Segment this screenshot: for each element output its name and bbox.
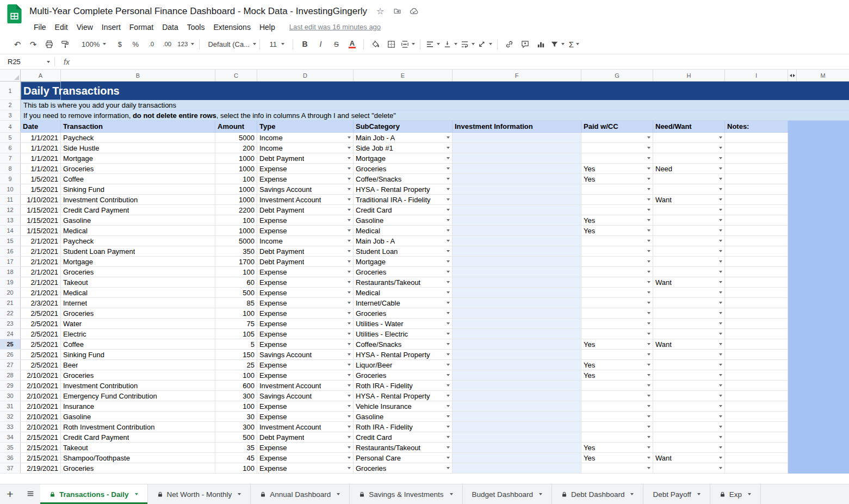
sheet-tab-transactions-daily[interactable]: Transactions - Daily bbox=[40, 484, 148, 504]
cell-subcategory[interactable]: Credit Card bbox=[354, 432, 453, 443]
dropdown-icon[interactable] bbox=[719, 436, 722, 438]
row-header-2[interactable]: 2 bbox=[0, 100, 21, 110]
colored-region-cell[interactable] bbox=[788, 463, 849, 474]
cell-amount[interactable]: 500 bbox=[215, 432, 257, 443]
cell-notes[interactable] bbox=[725, 133, 788, 143]
cell-notes[interactable] bbox=[725, 401, 788, 412]
dropdown-icon[interactable] bbox=[647, 312, 650, 314]
cell-date[interactable]: 2/5/2021 bbox=[21, 329, 61, 339]
text-wrap-select[interactable] bbox=[459, 37, 476, 51]
cell-need-want[interactable] bbox=[653, 267, 725, 277]
row-header-18[interactable]: 18 bbox=[0, 267, 21, 277]
cell-investment-info[interactable] bbox=[453, 236, 581, 246]
cell-subcategory[interactable]: Restaurants/Takeout bbox=[354, 443, 453, 453]
cell-notes[interactable] bbox=[725, 308, 788, 319]
cell-need-want[interactable] bbox=[653, 432, 725, 443]
cell-paid-with-cc[interactable] bbox=[581, 184, 653, 195]
cell-need-want[interactable] bbox=[653, 298, 725, 308]
dropdown-icon[interactable] bbox=[719, 229, 722, 232]
cell-investment-info[interactable] bbox=[453, 246, 581, 257]
cell-date[interactable]: 2/5/2021 bbox=[21, 350, 61, 360]
colored-region-cell[interactable] bbox=[788, 236, 849, 246]
cell-investment-info[interactable] bbox=[453, 381, 581, 391]
cell-paid-with-cc[interactable] bbox=[581, 246, 653, 257]
cell-type[interactable]: Expense bbox=[257, 339, 354, 350]
vertical-align-select[interactable] bbox=[442, 37, 458, 51]
row-header-28[interactable]: 28 bbox=[0, 370, 21, 381]
cell-paid-with-cc[interactable]: Yes bbox=[581, 360, 653, 370]
dropdown-icon[interactable] bbox=[719, 136, 722, 139]
cell-type[interactable]: Expense bbox=[257, 360, 354, 370]
cell-transaction[interactable]: Insurance bbox=[61, 401, 215, 412]
row-header-30[interactable]: 30 bbox=[0, 391, 21, 401]
colored-region-cell[interactable] bbox=[788, 226, 849, 236]
dropdown-icon[interactable] bbox=[447, 157, 450, 159]
sheet-tab-savings-investments[interactable]: Savings & Investments bbox=[350, 484, 462, 504]
dropdown-icon[interactable] bbox=[647, 240, 650, 242]
cell-amount[interactable]: 100 bbox=[215, 463, 257, 474]
dropdown-icon[interactable] bbox=[647, 281, 650, 283]
cell-paid-with-cc[interactable] bbox=[581, 195, 653, 205]
menu-tools[interactable]: Tools bbox=[183, 21, 209, 33]
cell-amount[interactable]: 1000 bbox=[215, 226, 257, 236]
dropdown-icon[interactable] bbox=[719, 291, 722, 294]
cell-transaction[interactable]: Gasoline bbox=[61, 412, 215, 422]
cell-need-want[interactable]: Need bbox=[653, 164, 725, 174]
sheet-tab-debt-dashboard[interactable]: Debt Dashboard bbox=[552, 484, 643, 504]
colored-region-cell[interactable] bbox=[788, 329, 849, 339]
header-notes[interactable]: Notes: bbox=[725, 121, 788, 133]
row-header-8[interactable]: 8 bbox=[0, 164, 21, 174]
cell-type[interactable]: Income bbox=[257, 143, 354, 153]
dropdown-icon[interactable] bbox=[719, 167, 722, 170]
dropdown-icon[interactable] bbox=[348, 167, 351, 170]
cell-need-want[interactable] bbox=[653, 370, 725, 381]
dropdown-icon[interactable] bbox=[447, 343, 450, 345]
cell-type[interactable]: Expense bbox=[257, 226, 354, 236]
cell-need-want[interactable] bbox=[653, 319, 725, 329]
dropdown-icon[interactable] bbox=[447, 188, 450, 190]
cell-date[interactable]: 2/10/2021 bbox=[21, 422, 61, 432]
colored-region-cell[interactable] bbox=[788, 215, 849, 226]
cell-date[interactable]: 1/15/2021 bbox=[21, 205, 61, 215]
column-header-m[interactable]: M bbox=[797, 70, 849, 81]
dropdown-icon[interactable] bbox=[348, 260, 351, 263]
insert-comment-button[interactable] bbox=[517, 37, 532, 51]
row-header-14[interactable]: 14 bbox=[0, 226, 21, 236]
dropdown-icon[interactable] bbox=[719, 271, 722, 273]
cell-notes[interactable] bbox=[725, 298, 788, 308]
row-header-4[interactable]: 4 bbox=[0, 121, 21, 133]
dropdown-icon[interactable] bbox=[647, 167, 650, 170]
cell-date[interactable]: 1/1/2021 bbox=[21, 133, 61, 143]
dropdown-icon[interactable] bbox=[647, 157, 650, 159]
decrease-decimal-button[interactable]: .0 bbox=[144, 37, 159, 51]
cell-subcategory[interactable]: Groceries bbox=[354, 463, 453, 474]
dropdown-icon[interactable] bbox=[719, 312, 722, 314]
cell-date[interactable]: 2/1/2021 bbox=[21, 246, 61, 257]
row-header-24[interactable]: 24 bbox=[0, 329, 21, 339]
dropdown-icon[interactable] bbox=[719, 415, 722, 418]
cell-investment-info[interactable] bbox=[453, 360, 581, 370]
cell-subcategory[interactable]: Liquor/Beer bbox=[354, 360, 453, 370]
move-folder-icon[interactable] bbox=[390, 5, 404, 17]
cell-notes[interactable] bbox=[725, 195, 788, 205]
cell-paid-with-cc[interactable]: Yes bbox=[581, 226, 653, 236]
increase-decimal-button[interactable]: .00 bbox=[159, 37, 175, 51]
colored-region-cell[interactable] bbox=[788, 195, 849, 205]
dropdown-icon[interactable] bbox=[647, 426, 650, 428]
dropdown-icon[interactable] bbox=[348, 250, 351, 252]
cell-investment-info[interactable] bbox=[453, 226, 581, 236]
colored-region-cell[interactable] bbox=[788, 381, 849, 391]
dropdown-icon[interactable] bbox=[447, 395, 450, 397]
colored-region-cell[interactable] bbox=[788, 153, 849, 164]
cell-investment-info[interactable] bbox=[453, 370, 581, 381]
cell-amount[interactable]: 5000 bbox=[215, 236, 257, 246]
colored-region-cell[interactable] bbox=[788, 121, 849, 133]
cell-date[interactable]: 2/19/2021 bbox=[21, 463, 61, 474]
cell-investment-info[interactable] bbox=[453, 184, 581, 195]
cloud-saved-icon[interactable] bbox=[407, 5, 421, 17]
cell-need-want[interactable]: Want bbox=[653, 195, 725, 205]
dropdown-icon[interactable] bbox=[719, 188, 722, 190]
sheet-tab-budget-dashboard[interactable]: Budget Dashboard bbox=[463, 484, 553, 504]
menu-format[interactable]: Format bbox=[125, 21, 158, 33]
cell-investment-info[interactable] bbox=[453, 164, 581, 174]
